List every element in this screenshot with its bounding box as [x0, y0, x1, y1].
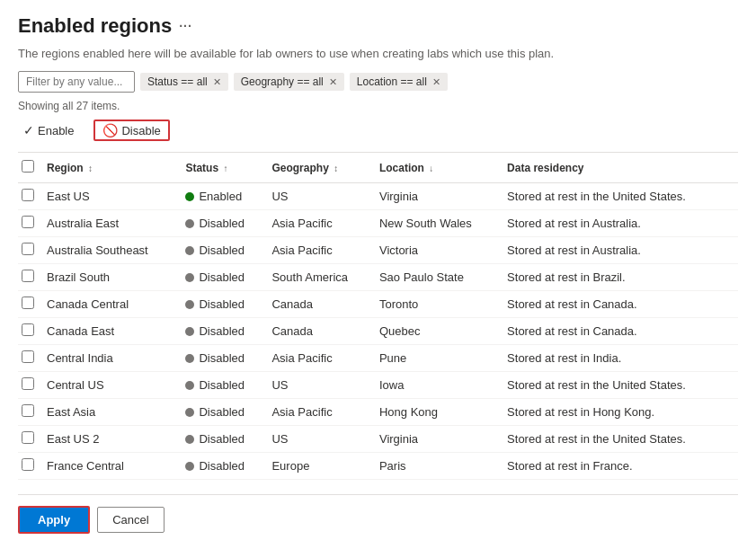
region-cell: Canada East	[43, 318, 182, 345]
toolbar: ✓ Enable 🚫 Disable	[18, 120, 738, 145]
data-residency-cell: Stored at rest in the United States.	[503, 183, 738, 210]
table-row: Australia Southeast Disabled Asia Pacifi…	[18, 237, 738, 264]
geography-cell: US	[268, 183, 376, 210]
status-label-6: Disabled	[199, 351, 245, 365]
geography-filter-tag[interactable]: Geography == all ✕	[234, 73, 344, 91]
geography-cell: US	[268, 426, 376, 453]
ban-icon: 🚫	[102, 123, 118, 137]
row-checkbox-6[interactable]	[22, 350, 34, 363]
row-checkbox-10[interactable]	[22, 458, 34, 471]
status-dot-2	[185, 246, 194, 255]
status-label-4: Disabled	[199, 297, 245, 311]
select-all-checkbox[interactable]	[22, 160, 34, 173]
geography-cell: Asia Pacific	[268, 237, 376, 264]
data-residency-cell: Stored at rest in France.	[503, 453, 738, 480]
row-checkbox-1[interactable]	[22, 216, 34, 228]
geography-filter-close[interactable]: ✕	[329, 76, 337, 88]
region-cell: Australia East	[43, 210, 182, 237]
cancel-button[interactable]: Cancel	[97, 507, 164, 533]
geography-cell: South America	[268, 264, 376, 291]
row-checkbox-cell[interactable]	[18, 399, 43, 426]
row-checkbox-cell[interactable]	[18, 210, 43, 237]
table-row: East US 2 Disabled US Virginia Stored at…	[18, 426, 738, 453]
row-checkbox-0[interactable]	[22, 189, 34, 201]
row-checkbox-9[interactable]	[22, 431, 34, 444]
region-sort-icon: ↕	[88, 164, 93, 173]
showing-count: Showing all 27 items.	[18, 100, 738, 112]
status-dot-8	[185, 408, 194, 417]
enable-label: Enable	[38, 124, 74, 137]
table-row: Central India Disabled Asia Pacific Pune…	[18, 345, 738, 372]
location-sort-icon: ↓	[429, 164, 433, 173]
status-cell: Enabled	[182, 183, 268, 210]
region-cell: Brazil South	[43, 264, 182, 291]
disable-button[interactable]: 🚫 Disable	[93, 120, 169, 141]
select-all-header[interactable]	[18, 153, 43, 183]
location-column-header[interactable]: Location ↓	[376, 153, 503, 183]
row-checkbox-cell[interactable]	[18, 264, 43, 291]
status-filter-close[interactable]: ✕	[213, 76, 221, 88]
geography-cell: Europe	[268, 453, 376, 480]
row-checkbox-cell[interactable]	[18, 426, 43, 453]
status-cell: Disabled	[182, 237, 268, 264]
row-checkbox-3[interactable]	[22, 270, 34, 282]
location-cell: Victoria	[376, 237, 503, 264]
data-residency-cell: Stored at rest in Brazil.	[503, 264, 738, 291]
status-label-1: Disabled	[199, 217, 245, 230]
enable-button[interactable]: ✓ Enable	[18, 120, 79, 141]
location-cell: Iowa	[376, 372, 503, 399]
status-filter-tag[interactable]: Status == all ✕	[140, 73, 228, 91]
apply-button[interactable]: Apply	[18, 506, 90, 534]
location-filter-close[interactable]: ✕	[432, 76, 440, 88]
disable-label: Disable	[121, 124, 160, 137]
row-checkbox-cell[interactable]	[18, 453, 43, 480]
status-cell: Disabled	[182, 291, 268, 318]
region-cell: France Central	[43, 453, 182, 480]
location-cell: Virginia	[376, 183, 503, 210]
status-label-10: Disabled	[199, 459, 245, 473]
status-dot-1	[185, 219, 194, 228]
row-checkbox-2[interactable]	[22, 243, 34, 255]
table-row: Brazil South Disabled South America Sao …	[18, 264, 738, 291]
table-row: East Asia Disabled Asia Pacific Hong Kon…	[18, 399, 738, 426]
data-residency-cell: Stored at rest in the United States.	[503, 372, 738, 399]
status-cell: Disabled	[182, 264, 268, 291]
row-checkbox-cell[interactable]	[18, 237, 43, 264]
row-checkbox-4[interactable]	[22, 297, 34, 309]
row-checkbox-cell[interactable]	[18, 372, 43, 399]
regions-table: Region ↕ Status ↑ Geography ↕ Location ↓…	[18, 153, 738, 480]
location-filter-label: Location == all	[357, 75, 427, 88]
data-residency-cell: Stored at rest in Hong Kong.	[503, 399, 738, 426]
geography-cell: US	[268, 372, 376, 399]
location-filter-tag[interactable]: Location == all ✕	[350, 73, 448, 91]
checkmark-icon: ✓	[23, 123, 34, 137]
row-checkbox-8[interactable]	[22, 404, 34, 417]
status-label-2: Disabled	[199, 243, 245, 257]
geography-cell: Asia Pacific	[268, 210, 376, 237]
region-cell: Canada Central	[43, 291, 182, 318]
table-header-row: Region ↕ Status ↑ Geography ↕ Location ↓…	[18, 153, 738, 183]
row-checkbox-cell[interactable]	[18, 183, 43, 210]
location-cell: Virginia	[376, 426, 503, 453]
geography-column-header[interactable]: Geography ↕	[268, 153, 376, 183]
region-cell: Central India	[43, 345, 182, 372]
filter-input[interactable]	[18, 71, 135, 93]
status-cell: Disabled	[182, 372, 268, 399]
location-cell: Pune	[376, 345, 503, 372]
table-row: Australia East Disabled Asia Pacific New…	[18, 210, 738, 237]
status-label-3: Disabled	[199, 270, 245, 284]
ellipsis-menu-button[interactable]: ···	[179, 19, 192, 33]
row-checkbox-cell[interactable]	[18, 318, 43, 345]
row-checkbox-7[interactable]	[22, 377, 34, 390]
status-dot-4	[185, 300, 194, 309]
status-column-header[interactable]: Status ↑	[182, 153, 268, 183]
status-cell: Disabled	[182, 453, 268, 480]
region-column-header[interactable]: Region ↕	[43, 153, 182, 183]
page-description: The regions enabled here will be availab…	[18, 47, 738, 60]
row-checkbox-cell[interactable]	[18, 291, 43, 318]
row-checkbox-cell[interactable]	[18, 345, 43, 372]
status-dot-10	[185, 462, 194, 471]
row-checkbox-5[interactable]	[22, 323, 34, 336]
status-dot-3	[185, 273, 194, 282]
location-cell: Sao Paulo State	[376, 264, 503, 291]
